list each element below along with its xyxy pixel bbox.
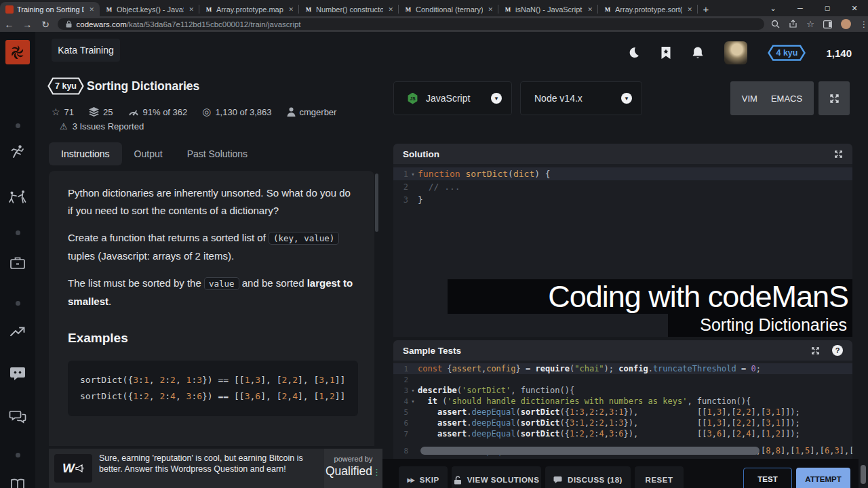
tab-close-icon[interactable]: ✕ [686,6,694,13]
help-icon[interactable]: ? [832,345,843,356]
maximize-icon[interactable]: ▢ [814,5,841,12]
fold-arrow-icon[interactable]: ▾ [408,171,418,178]
code-text: } [418,195,423,205]
minimize-icon[interactable]: ─ [787,4,814,12]
fold-arrow-icon[interactable]: ▾ [408,398,418,405]
notifications-bell-icon[interactable] [692,46,704,60]
tab-close-icon[interactable]: ✕ [486,6,494,13]
instructions-scrollbar[interactable] [375,174,378,232]
code-line[interactable]: 5 assert.deepEqual(sortDict({1:3,2:2,3:1… [393,407,852,418]
code-line[interactable]: 3} [393,193,852,206]
nav-dot[interactable] [0,119,35,131]
language-dropdown[interactable]: JS JavaScript ▼ [393,81,512,115]
user-rank-badge[interactable]: 4 kyu [768,45,806,61]
emacs-button[interactable]: EMACS [771,94,802,104]
codewars-logo[interactable] [5,40,30,64]
page-scrollbar[interactable] [861,465,866,484]
attempt-button[interactable]: ATTEMPT [796,468,850,488]
stars-stat[interactable]: ☆71 [52,106,74,117]
browser-tab[interactable]: MisNaN() - JavaScript | MDN✕ [498,2,598,16]
tab-past-solutions[interactable]: Past Solutions [175,142,260,165]
forward-icon[interactable]: → [18,19,37,30]
author-stat[interactable]: cmgerber [287,107,337,117]
new-tab-icon[interactable]: + [698,2,714,16]
tab-close-icon[interactable]: ✕ [287,6,295,13]
code-line[interactable]: sortDict({3:1, 2:2, 1:3}) == [[1,3], [2,… [80,372,346,388]
skip-button[interactable]: ▶▶ SKIP [399,466,448,488]
tab-close-icon[interactable]: ✕ [187,6,195,13]
browser-tab[interactable]: MNumber() constructor - JavaScri✕ [299,2,399,16]
share-icon[interactable] [789,20,797,28]
expand-icon[interactable] [834,150,843,159]
back-icon[interactable]: ← [0,19,18,30]
browser-tab[interactable]: Training on Sorting Dictionaries✕ [0,2,100,16]
reset-button[interactable]: RESET [635,466,684,488]
view-solutions-button[interactable]: VIEW SOLUTIONS [452,466,541,488]
forum-chat-icon[interactable] [0,409,35,425]
expand-icon[interactable] [811,346,820,355]
watermark-title: Coding with codeManS [448,279,852,314]
side-panel-icon[interactable] [823,20,832,28]
tab-search-icon[interactable]: ⌄ [760,4,787,13]
kumite-icon[interactable] [0,188,35,205]
tab-close-icon[interactable]: ✕ [586,6,594,13]
issues-reported[interactable]: ⚠ 3 Issues Reported [60,121,144,131]
completions-stat[interactable]: ◎1,130 of 3,863 [202,106,271,118]
code-line[interactable]: 6 assert.deepEqual(sortDict({3:1,2:2,1:3… [393,418,852,428]
profile-avatar[interactable] [841,19,851,29]
code-line[interactable]: sortDict({1:2, 2:4, 3:6}) == [[3,6], [2,… [80,388,346,405]
kata-training-nav[interactable]: Kata Training [52,39,120,62]
careers-briefcase-icon[interactable] [0,256,35,270]
qualified-dots-icon: ⋮ [372,467,381,477]
sample-tests-editor[interactable]: 1const {assert,config} = require("chai")… [393,361,852,459]
bookmark-star-icon[interactable]: ☆ [806,19,814,29]
tab-close-icon[interactable]: ✕ [387,6,395,13]
zoom-icon[interactable] [771,20,780,28]
code-line[interactable]: 1▾function sortDict(dict) { [393,167,852,180]
browser-tab[interactable]: MObject.keys() - JavaScript | MDN✕ [100,2,199,16]
reload-icon[interactable]: ↻ [37,19,55,30]
code-line[interactable]: 7 assert.deepEqual(sortDict({1:2,2:4,3:6… [393,428,852,439]
bookmarks-icon[interactable] [660,46,671,60]
vim-button[interactable]: VIM [742,94,757,104]
horizontal-scrollbar[interactable] [420,447,760,455]
browser-tab[interactable]: MArray.prototype.map() - JavaScri✕ [199,2,299,16]
freestyle-sparring-icon[interactable] [0,143,35,161]
code-line[interactable]: 4▾ it ('should handle dictionaries with … [393,396,852,407]
browser-tab[interactable]: MArray.prototype.sort() - JavaScri✕ [598,2,698,16]
code-line[interactable]: 2 // ... [393,180,852,193]
fullscreen-button[interactable] [818,81,850,115]
nav-dot[interactable] [0,296,35,308]
javascript-hex-icon: JS [408,93,418,104]
tab-output[interactable]: Output [122,142,175,165]
nav-dot[interactable] [0,448,35,460]
browser-tab[interactable]: MConditional (ternary) operator -✕ [399,2,498,16]
dark-mode-moon-icon[interactable] [627,46,640,60]
user-avatar[interactable] [724,41,747,64]
honor-points[interactable]: 1,140 [826,47,852,59]
code-line[interactable]: 2 [393,374,852,385]
fold-arrow-icon[interactable]: ▾ [408,387,418,394]
collections-stat[interactable]: 25 [89,107,113,117]
code-text: sortDict({3:1, 2:2, 1:3}) == [[1,3], [2,… [80,372,345,388]
ad-text[interactable]: Sure, earning 'reputation' is cool, but … [99,453,323,488]
docs-book-icon[interactable] [0,478,35,488]
code-line[interactable]: 3▾describe('sortDict', function(){ [393,385,852,396]
satisfaction-stat[interactable]: 91% of 362 [128,107,188,117]
discord-icon[interactable] [0,365,35,382]
menu-dots-icon[interactable]: ⋮ [860,20,868,29]
kata-stats: ☆71 25 91% of 362 ◎1,130 of 3,863 cmgerb… [52,106,336,118]
tab-close-icon[interactable]: ✕ [87,6,96,13]
version-dropdown[interactable]: Node v14.x ▼ [520,81,642,115]
qualified-branding[interactable]: powered by Qualified⋮ [324,449,382,488]
close-icon[interactable]: ✕ [841,4,868,13]
leaderboard-trend-icon[interactable] [0,325,35,338]
discuss-button[interactable]: DISCUSS (18) [545,466,631,488]
code-text: sortDict({1:2, 2:4, 3:6}) == [[3,6], [2,… [80,388,345,405]
address-bar[interactable]: codewars.com/kata/53da6a7e112bd15cbc0000… [58,18,765,30]
test-button[interactable]: TEST [743,468,792,488]
code-line[interactable]: 1const {assert,config} = require("chai")… [393,363,852,374]
tab-instructions[interactable]: Instructions [49,142,122,165]
ad-banner[interactable]: W Sure, earning 'reputation' is cool, bu… [49,449,382,488]
nav-dot[interactable] [0,226,35,238]
